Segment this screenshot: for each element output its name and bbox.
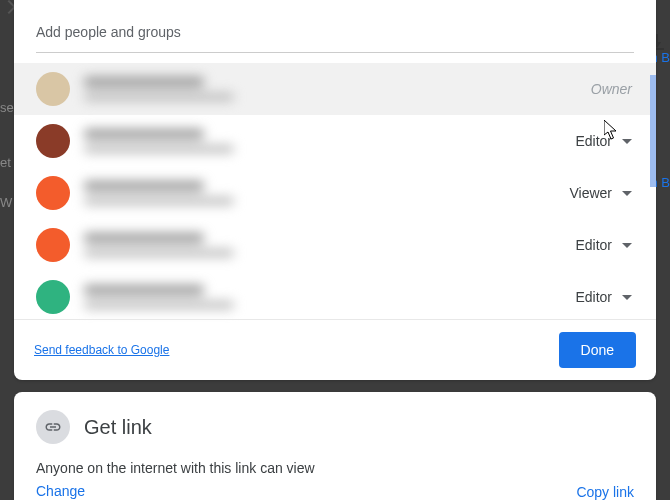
owner-label: Owner: [589, 77, 634, 101]
bg-text: et: [0, 155, 11, 170]
person-row: Editor: [14, 115, 656, 167]
get-link-title: Get link: [84, 416, 152, 439]
avatar: [36, 176, 70, 210]
share-dialog: Add people and groups OwnerEditorViewerE…: [14, 0, 656, 380]
role-dropdown[interactable]: Viewer: [567, 181, 634, 205]
person-row: Editor: [14, 219, 656, 271]
bg-text: W: [0, 195, 12, 210]
avatar: [36, 72, 70, 106]
send-feedback-link[interactable]: Send feedback to Google: [34, 343, 169, 357]
link-desc-rest: on the internet with this link can view: [83, 460, 314, 476]
person-row: Viewer: [14, 167, 656, 219]
done-button[interactable]: Done: [559, 332, 636, 368]
person-info: [84, 181, 567, 205]
avatar: [36, 280, 70, 314]
get-link-card: Get link Anyone on the internet with thi…: [14, 392, 656, 500]
person-row: Editor: [14, 271, 656, 323]
mouse-cursor-icon: [604, 120, 620, 140]
add-people-input[interactable]: Add people and groups: [36, 12, 634, 53]
bg-text: se: [0, 100, 14, 115]
link-icon: [36, 410, 70, 444]
person-info: [84, 129, 573, 153]
input-placeholder: Add people and groups: [36, 24, 181, 40]
role-dropdown[interactable]: Editor: [573, 285, 634, 309]
scrollbar-thumb[interactable]: [650, 75, 656, 187]
chevron-down-icon: [622, 191, 632, 196]
person-info: [84, 285, 573, 309]
link-access-description: Anyone on the internet with this link ca…: [36, 460, 315, 476]
person-info: [84, 77, 589, 101]
avatar: [36, 124, 70, 158]
role-label: Owner: [591, 81, 632, 97]
link-anyone-label: Anyone: [36, 460, 83, 476]
role-dropdown[interactable]: Editor: [573, 233, 634, 257]
get-link-header: Get link: [36, 410, 634, 444]
role-label: Viewer: [569, 185, 612, 201]
chevron-down-icon: [622, 139, 632, 144]
person-info: [84, 233, 573, 257]
copy-link-button[interactable]: Copy link: [576, 484, 634, 500]
people-list: OwnerEditorViewerEditorEditor: [14, 63, 656, 323]
chevron-down-icon: [622, 295, 632, 300]
change-access-link[interactable]: Change: [36, 483, 85, 499]
avatar: [36, 228, 70, 262]
chevron-down-icon: [622, 243, 632, 248]
role-label: Editor: [575, 237, 612, 253]
dialog-footer: Send feedback to Google Done: [14, 319, 656, 380]
role-label: Editor: [575, 289, 612, 305]
person-row: Owner: [14, 63, 656, 115]
